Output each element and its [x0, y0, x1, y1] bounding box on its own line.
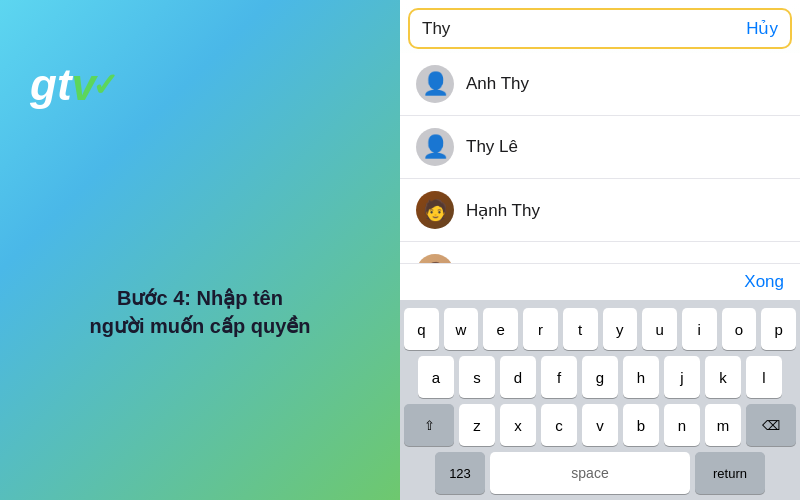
key-f[interactable]: f [541, 356, 577, 398]
done-row: Xong [400, 263, 800, 300]
keyboard-row-1: q w e r t y u i o p [404, 308, 796, 350]
key-r[interactable]: r [523, 308, 558, 350]
list-item[interactable]: 👤 Anh Thy [400, 53, 800, 116]
list-item[interactable]: 🧒 Anh Thy [400, 242, 800, 263]
contact-name: Thy Lê [466, 137, 518, 157]
search-bar[interactable]: Hủy [408, 8, 792, 49]
logo-checkmark: ✓ [92, 66, 119, 104]
keyboard-row-2: a s d f g h j k l [404, 356, 796, 398]
contact-name: Anh Thy [466, 74, 529, 94]
key-numbers[interactable]: 123 [435, 452, 485, 494]
avatar: 👤 [416, 128, 454, 166]
right-panel: Hủy 👤 Anh Thy 👤 Thy Lê 🧑 Hạnh Thy [400, 0, 800, 500]
contact-name: Hạnh Thy [466, 200, 540, 221]
done-button[interactable]: Xong [744, 272, 784, 292]
key-w[interactable]: w [444, 308, 479, 350]
key-j[interactable]: j [664, 356, 700, 398]
step-text: Bước 4: Nhập tên người muốn cấp quyền [30, 284, 370, 340]
key-h[interactable]: h [623, 356, 659, 398]
list-item[interactable]: 🧑 Hạnh Thy [400, 179, 800, 242]
key-b[interactable]: b [623, 404, 659, 446]
key-space[interactable]: space [490, 452, 690, 494]
key-p[interactable]: p [761, 308, 796, 350]
key-e[interactable]: e [483, 308, 518, 350]
list-item[interactable]: 👤 Thy Lê [400, 116, 800, 179]
key-i[interactable]: i [682, 308, 717, 350]
key-m[interactable]: m [705, 404, 741, 446]
key-c[interactable]: c [541, 404, 577, 446]
key-d[interactable]: d [500, 356, 536, 398]
avatar: 🧑 [416, 191, 454, 229]
key-v[interactable]: v [582, 404, 618, 446]
step-text-line1: Bước 4: Nhập tên [117, 287, 283, 309]
search-input[interactable] [422, 19, 738, 39]
key-n[interactable]: n [664, 404, 700, 446]
logo-g: g [30, 60, 57, 110]
search-input-area [422, 19, 738, 39]
person-icon: 👤 [422, 71, 449, 97]
keyboard-row-bottom: 123 space return [404, 452, 796, 494]
logo-t: t [57, 60, 72, 110]
avatar: 🧒 [416, 254, 454, 263]
key-k[interactable]: k [705, 356, 741, 398]
key-g[interactable]: g [582, 356, 618, 398]
key-a[interactable]: a [418, 356, 454, 398]
key-o[interactable]: o [722, 308, 757, 350]
contact-list: 👤 Anh Thy 👤 Thy Lê 🧑 Hạnh Thy 🧒 Anh Thy [400, 53, 800, 263]
person-icon: 👤 [422, 134, 449, 160]
step-text-line2: người muốn cấp quyền [90, 315, 311, 337]
key-y[interactable]: y [603, 308, 638, 350]
key-shift[interactable]: ⇧ [404, 404, 454, 446]
keyboard-row-3: ⇧ z x c v b n m ⌫ [404, 404, 796, 446]
key-q[interactable]: q [404, 308, 439, 350]
key-u[interactable]: u [642, 308, 677, 350]
key-z[interactable]: z [459, 404, 495, 446]
key-return[interactable]: return [695, 452, 765, 494]
cancel-button[interactable]: Hủy [746, 18, 778, 39]
keyboard: q w e r t y u i o p a s d f g h j k l ⇧ … [400, 300, 800, 500]
step-description: Bước 4: Nhập tên người muốn cấp quyền [30, 284, 370, 340]
left-panel: g t v ✓ Bước 4: Nhập tên người muốn cấp … [0, 0, 400, 500]
key-x[interactable]: x [500, 404, 536, 446]
key-backspace[interactable]: ⌫ [746, 404, 796, 446]
gtv-logo: g t v ✓ [30, 60, 119, 110]
key-t[interactable]: t [563, 308, 598, 350]
key-l[interactable]: l [746, 356, 782, 398]
avatar: 👤 [416, 65, 454, 103]
key-s[interactable]: s [459, 356, 495, 398]
